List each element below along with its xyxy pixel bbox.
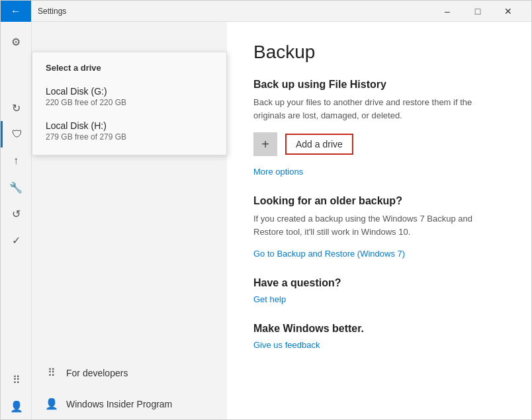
back-button[interactable]: ← xyxy=(1,1,31,22)
insider-nav-label: Windows Insider Program xyxy=(66,399,172,409)
drive-h-sub: 279 GB free of 279 GB xyxy=(46,132,213,142)
drive-g-sub: 220 GB free of 220 GB xyxy=(46,98,213,107)
add-drive-row: + Add a drive xyxy=(253,132,505,156)
window-controls: – □ ✕ xyxy=(432,1,523,22)
question-section: Have a question? Get help xyxy=(253,277,505,304)
file-history-title: Back up using File History xyxy=(253,79,505,91)
drive-g-name: Local Disk (G:) xyxy=(46,86,213,97)
minimize-button[interactable]: – xyxy=(432,1,463,22)
drive-item-g[interactable]: Local Disk (G:) 220 GB free of 220 GB xyxy=(32,79,226,114)
developers-nav-label: For developers xyxy=(66,368,128,378)
sidebar-icon-gear[interactable]: ⚙ xyxy=(1,28,32,55)
plus-button[interactable]: + xyxy=(253,132,277,156)
drive-h-name: Local Disk (H:) xyxy=(46,120,213,131)
file-history-desc: Back up your files to another drive and … xyxy=(253,96,505,122)
sidebar-icon-history[interactable]: ↺ xyxy=(1,200,32,227)
feedback-title: Make Windows better. xyxy=(253,323,505,335)
question-title: Have a question? xyxy=(253,277,505,289)
settings-window: ← Settings – □ ✕ ⚙ ↻ 🛡 ↑ 🔧 ↺ ✓ ⠿ 👤 Selec… xyxy=(0,0,532,420)
insider-nav-icon: 👤 xyxy=(45,398,58,410)
developers-nav-icon: ⠿ xyxy=(45,366,58,379)
sidebar-icon-developers[interactable]: ⠿ xyxy=(1,366,32,393)
sidebar-bottom: ⠿ 👤 xyxy=(1,366,31,419)
dropdown-header: Select a drive xyxy=(32,59,226,79)
older-backup-desc: If you created a backup using the Window… xyxy=(253,212,505,238)
sidebar-icon-insider[interactable]: 👤 xyxy=(1,393,32,419)
main-content: Backup Back up using File History Back u… xyxy=(227,22,531,419)
close-button[interactable]: ✕ xyxy=(493,1,523,22)
window-title: Settings xyxy=(38,7,432,16)
more-options-link[interactable]: More options xyxy=(253,167,505,177)
title-bar: ← Settings – □ ✕ xyxy=(1,1,531,22)
sidebar-icon-shield[interactable]: 🛡 xyxy=(1,121,32,147)
drive-dropdown: Select a drive Local Disk (G:) 220 GB fr… xyxy=(32,52,227,155)
page-title: Backup xyxy=(253,42,505,63)
sidebar-icon-backup[interactable]: ↑ xyxy=(1,147,32,174)
sidebar-icon-activation[interactable]: ✓ xyxy=(1,227,32,253)
maximize-button[interactable]: □ xyxy=(463,1,493,22)
nav-item-insider[interactable]: 👤 Windows Insider Program xyxy=(32,388,227,419)
icon-sidebar: ⚙ ↻ 🛡 ↑ 🔧 ↺ ✓ ⠿ 👤 Select a drive Local D… xyxy=(1,22,32,419)
add-drive-label[interactable]: Add a drive xyxy=(285,134,353,155)
file-history-section: Back up using File History Back up your … xyxy=(253,79,505,177)
sidebar-icon-recovery[interactable]: 🔧 xyxy=(1,174,32,200)
feedback-section: Make Windows better. Give us feedback xyxy=(253,323,505,350)
older-backup-section: Looking for an older backup? If you crea… xyxy=(253,195,505,259)
feedback-link[interactable]: Give us feedback xyxy=(253,340,505,350)
backup-restore-link[interactable]: Go to Backup and Restore (Windows 7) xyxy=(253,249,505,259)
sidebar-icon-update[interactable]: ↻ xyxy=(1,95,32,121)
get-help-link[interactable]: Get help xyxy=(253,294,505,304)
main-layout: ⚙ ↻ 🛡 ↑ 🔧 ↺ ✓ ⠿ 👤 Select a drive Local D… xyxy=(1,22,531,419)
nav-item-developers[interactable]: ⠿ For developers xyxy=(32,357,227,388)
older-backup-title: Looking for an older backup? xyxy=(253,195,505,207)
drive-item-h[interactable]: Local Disk (H:) 279 GB free of 279 GB xyxy=(32,114,226,148)
